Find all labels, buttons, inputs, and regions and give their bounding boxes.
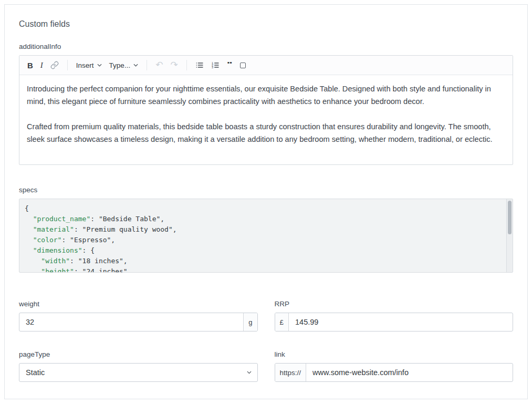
additionalInfo-label: additionalInfo [19, 43, 513, 50]
link-label: link [275, 350, 514, 358]
code-line: "color": "Espresso", [25, 235, 501, 245]
block-object-icon [240, 63, 246, 68]
scrollbar-thumb[interactable] [508, 201, 512, 234]
svg-text:3: 3 [212, 66, 213, 69]
url-scheme-prefix: https:// [275, 364, 307, 381]
weight-input[interactable] [19, 313, 243, 331]
bullet-list-button[interactable] [192, 59, 207, 71]
code-line: { [25, 203, 501, 214]
editor-toolbar: B I Insert Type... [19, 56, 513, 75]
specs-code-editor[interactable]: { "product_name": "Bedside Table", "mate… [19, 199, 513, 273]
pageType-select[interactable]: Static [19, 363, 258, 382]
currency-prefix: £ [275, 313, 289, 331]
toolbar-divider [186, 60, 187, 70]
code-content: { "product_name": "Bedside Table", "mate… [25, 203, 501, 273]
redo-icon: ↷ [170, 61, 178, 69]
row-pagetype-link: pageType Static link https:// [19, 350, 513, 382]
scrollbar[interactable] [506, 199, 513, 272]
pageType-label: pageType [19, 350, 258, 358]
link-input-group: https:// [275, 363, 514, 382]
type-style-dropdown[interactable]: Type... [106, 59, 142, 71]
code-line: "height": "24 inches", [25, 266, 501, 273]
toolbar-divider [67, 60, 68, 70]
field-pageType: pageType Static [19, 350, 258, 382]
editor-paragraph: Introducing the perfect companion for yo… [27, 82, 505, 108]
bold-button[interactable]: B [24, 59, 37, 72]
specs-label: specs [19, 186, 513, 194]
code-line: "product_name": "Bedside Table", [25, 214, 501, 224]
field-additionalInfo: additionalInfo B I Insert Type... [19, 43, 513, 165]
rrp-label: RRP [275, 300, 514, 308]
undo-icon: ↶ [155, 61, 163, 69]
field-rrp: RRP £ [275, 300, 514, 332]
redo-button[interactable]: ↷ [166, 59, 181, 71]
link-icon [50, 61, 59, 69]
chevron-down-icon [97, 64, 102, 67]
italic-button[interactable]: I [37, 59, 47, 72]
rrp-input[interactable] [289, 313, 513, 331]
field-link: link https:// [275, 350, 514, 382]
field-weight: weight g [19, 300, 258, 332]
numbered-list-button[interactable]: 123 [207, 59, 223, 71]
toolbar-divider [147, 60, 147, 70]
italic-icon: I [40, 61, 43, 70]
numbered-list-icon: 123 [211, 61, 220, 69]
insert-dropdown[interactable]: Insert [72, 59, 106, 71]
rich-text-editor: B I Insert Type... [19, 55, 513, 165]
weight-label: weight [19, 300, 258, 308]
code-line: "dimensions": { [25, 245, 501, 256]
pageType-select-wrap: Static [19, 363, 258, 382]
undo-button[interactable]: ↶ [152, 59, 166, 71]
rrp-input-group: £ [275, 313, 514, 332]
weight-input-group: g [19, 313, 258, 332]
insert-dropdown-label: Insert [76, 61, 94, 69]
editor-paragraph: Crafted from premium quality materials, … [27, 120, 505, 146]
field-specs: specs { "product_name": "Bedside Table",… [19, 186, 513, 273]
link-button[interactable] [47, 59, 62, 71]
code-block-button[interactable] [236, 60, 249, 70]
code-line: "width": "18 inches", [25, 256, 501, 266]
custom-fields-card: Custom fields additionalInfo B I Insert [4, 4, 528, 399]
page-title: Custom fields [19, 19, 513, 29]
weight-unit-suffix: g [243, 313, 257, 331]
blockquote-button[interactable]: “ [223, 60, 236, 70]
code-line: "material": "Premium quality wood", [25, 224, 501, 235]
row-weight-rrp: weight g RRP £ [19, 300, 513, 332]
chevron-down-icon [133, 64, 138, 67]
blockquote-icon: “ [227, 62, 233, 68]
editor-content[interactable]: Introducing the perfect companion for yo… [19, 75, 513, 164]
bullet-list-icon [195, 61, 204, 69]
bold-icon: B [27, 61, 33, 70]
link-input[interactable] [306, 364, 513, 381]
type-style-dropdown-label: Type... [109, 61, 131, 69]
